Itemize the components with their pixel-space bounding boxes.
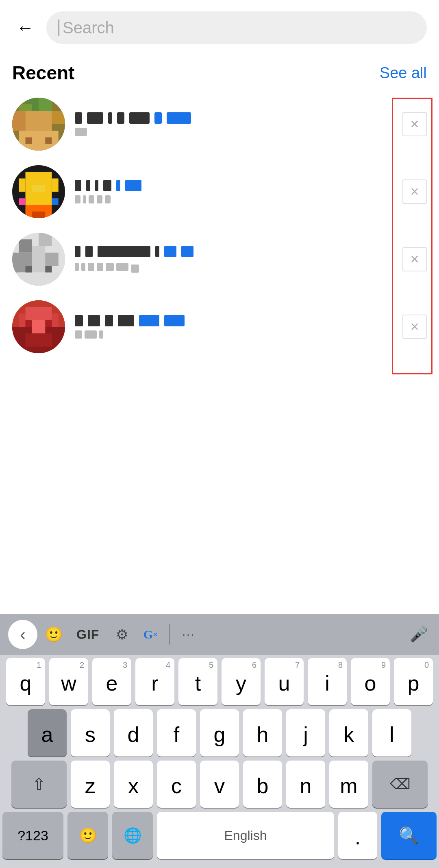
svg-rect-27 [26,266,32,272]
emoji-picker-button[interactable]: 🙂 [41,622,66,647]
see-all-button[interactable]: See all [380,64,427,82]
contact-info [75,246,398,273]
search-key[interactable]: 🔍 [381,812,437,859]
contact-info [75,180,398,203]
avatar [12,233,65,286]
avatar-img [12,98,65,151]
svg-rect-36 [26,320,32,327]
key-x[interactable]: x [114,761,153,808]
emoji-key[interactable]: 🙂 [67,812,108,859]
svg-rect-4 [12,111,26,131]
list-item: × [0,90,439,158]
more-options-button[interactable]: ··· [176,622,201,647]
avatar [12,98,65,151]
list-item: × [0,225,439,293]
svg-rect-13 [52,179,59,192]
key-g[interactable]: g [200,709,239,756]
gif-button[interactable]: GIF [70,624,106,645]
list-item: × [0,158,439,225]
key-y[interactable]: 6 y [222,658,261,705]
svg-rect-25 [45,253,59,266]
key-w[interactable]: 2 w [49,658,88,705]
svg-rect-37 [45,320,52,327]
key-h[interactable]: h [243,709,282,756]
translate-button[interactable]: G× [138,622,163,647]
key-row-1: 1 q 2 w 3 e 4 r 5 t 6 y [2,658,437,705]
keyboard-rows: 1 q 2 w 3 e 4 r 5 t 6 y [0,655,439,868]
toolbar-separator [169,624,170,645]
remove-contact-button[interactable]: × [402,315,427,339]
backspace-key[interactable]: ⌫ [372,761,428,808]
keyboard-toolbar: ‹ 🙂 GIF ⚙ G× ··· 🎤 [0,614,439,655]
avatar-img [12,165,65,218]
avatar-img [12,300,65,353]
key-q[interactable]: 1 q [6,658,45,705]
svg-rect-12 [19,179,25,192]
key-j[interactable]: j [286,709,325,756]
key-n[interactable]: n [286,761,325,808]
contact-list: × [0,90,439,369]
key-d[interactable]: d [114,709,153,756]
svg-rect-9 [45,138,52,144]
key-c[interactable]: c [157,761,196,808]
key-k[interactable]: k [329,709,368,756]
search-bar[interactable]: Search [46,11,427,44]
key-u[interactable]: 7 u [265,658,304,705]
shift-key[interactable]: ⇧ [11,761,67,808]
recent-header: Recent See all [0,52,439,90]
voice-input-button[interactable]: 🎤 [406,622,431,647]
globe-key[interactable]: 🌐 [112,812,153,859]
svg-rect-26 [19,273,59,286]
keyboard: ‹ 🙂 GIF ⚙ G× ··· 🎤 1 q 2 [0,614,439,868]
key-f[interactable]: f [157,709,196,756]
key-a[interactable]: a [28,709,67,756]
avatar-img [12,233,65,286]
space-key[interactable]: English [157,812,334,859]
svg-rect-7 [19,131,59,151]
svg-rect-8 [26,138,32,144]
key-l[interactable]: l [372,709,411,756]
key-o[interactable]: 9 o [351,658,390,705]
key-row-2: a s d f g h j k l [2,709,437,756]
numeric-key[interactable]: ?123 [2,812,63,859]
back-arrow-icon: ← [16,17,34,38]
key-t[interactable]: 5 t [178,658,217,705]
svg-rect-34 [26,333,52,347]
contact-info [75,112,398,136]
svg-rect-19 [32,212,46,218]
cursor [59,20,59,36]
key-m[interactable]: m [329,761,368,808]
remove-contact-button[interactable]: × [402,112,427,136]
remove-contact-button[interactable]: × [402,179,427,204]
key-row-4: ?123 🙂 🌐 English . 🔍 [2,812,437,866]
key-s[interactable]: s [71,709,110,756]
search-placeholder: Search [63,19,114,37]
key-r[interactable]: 4 r [135,658,174,705]
settings-button[interactable]: ⚙ [110,622,134,647]
header: ← Search [0,0,439,52]
key-z[interactable]: z [71,761,110,808]
svg-rect-2 [39,98,52,111]
svg-rect-6 [52,111,65,125]
key-p[interactable]: 0 p [394,658,433,705]
back-button[interactable]: ← [12,15,38,41]
period-key[interactable]: . [338,812,377,859]
contact-info [75,315,398,339]
recent-title: Recent [12,62,74,84]
svg-rect-35 [32,320,46,334]
list-item: × [0,293,439,361]
svg-rect-28 [45,266,52,272]
keyboard-back-button[interactable]: ‹ [8,620,37,649]
remove-contact-button[interactable]: × [402,247,427,271]
svg-rect-5 [26,111,52,131]
svg-rect-15 [26,192,52,205]
key-v[interactable]: v [200,761,239,808]
key-b[interactable]: b [243,761,282,808]
svg-rect-24 [32,246,46,273]
svg-rect-17 [52,198,59,205]
svg-rect-16 [19,198,25,205]
svg-rect-21 [19,239,32,253]
key-i[interactable]: 8 i [308,658,347,705]
key-e[interactable]: 3 e [92,658,131,705]
avatar [12,300,65,353]
